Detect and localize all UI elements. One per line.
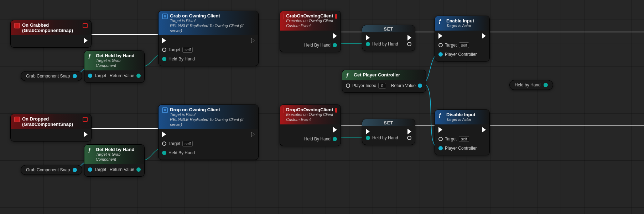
target-pin[interactable]: Target [88, 166, 106, 173]
data-pin[interactable] [544, 83, 548, 87]
node-grab-on-owning-client[interactable]: Grab on Owning Client Target is Pistol R… [158, 11, 259, 66]
function-icon [438, 18, 444, 24]
node-title: On Dropped (GrabComponentSnap) [22, 116, 80, 127]
node-set-held-by-hand-1[interactable]: SET Held by Hand [362, 25, 415, 51]
event-icon [284, 107, 284, 113]
exec-out-pin[interactable] [333, 33, 337, 39]
value-out-pin[interactable] [407, 135, 411, 141]
node-get-held-by-hand-2[interactable]: Get Held by Hand Target is Grab Componen… [84, 144, 145, 177]
data-pin[interactable] [73, 74, 77, 78]
delegate-pin-icon[interactable] [83, 23, 88, 28]
node-title: Disable Input [446, 112, 486, 117]
value-in-pin[interactable]: Held by Hand [366, 135, 398, 141]
delegate-pin-icon[interactable] [83, 117, 88, 122]
held-by-hand-pin[interactable]: Held By Hand [162, 56, 195, 62]
node-subtitle: Target is Pistol [170, 112, 255, 117]
exec-in-pin[interactable] [162, 37, 195, 44]
exec-out-pin[interactable] [407, 128, 411, 135]
held-by-hand-pin[interactable]: Held By Hand [162, 150, 195, 156]
delegate-pin-icon[interactable] [335, 108, 337, 113]
node-subtitle: Target is Grab Component [96, 58, 141, 68]
variable-held-by-hand[interactable]: Held by Hand [509, 80, 553, 90]
target-pin[interactable]: Targetself [438, 136, 477, 142]
delegate-pin-icon[interactable] [335, 14, 337, 19]
node-subtitle: Executes on Owning Client [286, 18, 333, 23]
node-subtitle: Target is Pistol [170, 18, 255, 23]
pill-label: Held by Hand [515, 82, 541, 87]
value-out-pin[interactable] [407, 41, 411, 47]
node-get-player-controller[interactable]: Get Player Controller Player Index0 Retu… [342, 70, 426, 93]
exec-out-pin[interactable] [333, 127, 337, 133]
node-enable-input[interactable]: Enable Input Target is Actor Targetself … [435, 16, 490, 61]
node-subtitle: Executes on Owning Client [286, 112, 333, 117]
node-customevent-drop[interactable]: DropOnOwningClient Executes on Owning Cl… [280, 105, 341, 146]
player-controller-pin[interactable]: Player Controller [438, 51, 477, 58]
exec-out-pin[interactable] [482, 127, 486, 133]
event-icon [14, 117, 20, 122]
exec-in-pin[interactable] [438, 127, 477, 133]
exec-in-pin[interactable] [162, 131, 195, 138]
exec-out-pin[interactable] [482, 33, 486, 39]
set-header: SET [362, 119, 415, 126]
node-title: Get Held by Hand [96, 53, 141, 58]
node-title: GrabOnOwningClient [286, 13, 333, 18]
function-icon [88, 147, 94, 153]
held-by-hand-out-pin[interactable]: Held By Hand [304, 136, 337, 142]
exec-in-pin[interactable] [366, 34, 398, 41]
node-title: Drop on Owning Client [170, 107, 255, 112]
node-customevent-grab[interactable]: GrabOnOwningClient Executes on Owning Cl… [280, 11, 341, 52]
function-icon [88, 53, 94, 59]
node-subtitle: Target is Actor [446, 23, 486, 28]
node-subtitle2: Custom Event [286, 23, 333, 28]
return-value-pin[interactable]: Return Value [391, 82, 422, 89]
node-drop-on-owning-client[interactable]: Drop on Owning Client Target is Pistol R… [158, 105, 259, 160]
exec-out-pin[interactable] [407, 34, 411, 41]
return-value-pin[interactable]: Return Value [110, 166, 141, 173]
node-on-grabbed[interactable]: On Grabbed (GrabComponentSnap) [10, 20, 92, 48]
call-icon [162, 14, 168, 19]
exec-in-pin[interactable] [438, 33, 477, 39]
target-pin[interactable]: Targetself [438, 42, 477, 48]
exec-out-pin[interactable] [84, 37, 88, 44]
data-pin[interactable] [73, 168, 77, 172]
player-controller-pin[interactable]: Player Controller [438, 145, 477, 151]
node-set-held-by-hand-2[interactable]: SET Held by Hand [362, 119, 415, 145]
event-icon [284, 14, 284, 19]
node-subtitle2: RELIABLE Replicated To Owning Client (if… [170, 117, 255, 127]
function-icon [346, 73, 352, 78]
target-pin[interactable]: Targetself [162, 47, 195, 53]
pill-label: Grab Component Snap [26, 74, 70, 79]
node-on-dropped[interactable]: On Dropped (GrabComponentSnap) [10, 114, 92, 141]
node-title: Grab on Owning Client [170, 13, 255, 18]
player-index-pin[interactable]: Player Index0 [346, 82, 386, 89]
node-disable-input[interactable]: Disable Input Target is Actor Targetself… [435, 109, 490, 155]
return-value-pin[interactable]: Return Value [110, 73, 141, 79]
call-icon [162, 107, 168, 113]
held-by-hand-out-pin[interactable]: Held By Hand [304, 42, 337, 48]
node-title: Enable Input [446, 18, 486, 23]
exec-out-pin[interactable] [251, 37, 255, 44]
target-pin[interactable]: Target [88, 73, 106, 79]
node-title: Get Player Controller [354, 72, 422, 77]
target-pin[interactable]: Targetself [162, 140, 195, 147]
node-subtitle2: RELIABLE Replicated To Owning Client (if… [170, 23, 255, 33]
variable-grab-component-snap-1[interactable]: Grab Component Snap [21, 71, 82, 81]
node-title: Get Held by Hand [96, 147, 141, 152]
node-title: On Grabbed (GrabComponentSnap) [22, 22, 80, 33]
function-icon [438, 112, 444, 118]
variable-grab-component-snap-2[interactable]: Grab Component Snap [21, 165, 82, 175]
exec-out-pin[interactable] [84, 131, 88, 138]
event-icon [14, 23, 20, 28]
exec-in-pin[interactable] [366, 128, 398, 135]
set-header: SET [362, 25, 415, 32]
node-title: DropOnOwningClient [286, 107, 333, 112]
node-get-held-by-hand-1[interactable]: Get Held by Hand Target is Grab Componen… [84, 50, 145, 83]
value-in-pin[interactable]: Held by Hand [366, 41, 398, 47]
node-subtitle: Target is Actor [446, 117, 486, 122]
node-subtitle: Target is Grab Component [96, 152, 141, 162]
node-subtitle2: Custom Event [286, 117, 333, 122]
exec-out-pin[interactable] [251, 131, 255, 138]
pill-label: Grab Component Snap [26, 167, 70, 172]
